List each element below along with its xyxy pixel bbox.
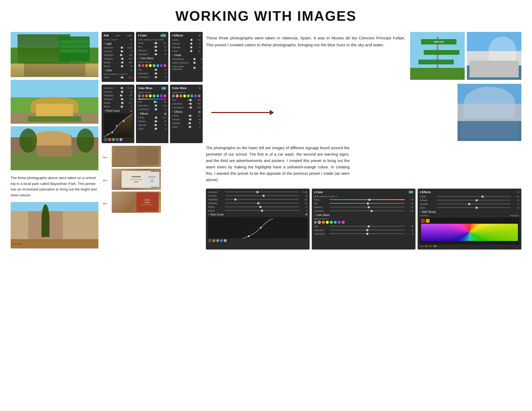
page-title: WORKING WITH IMAGES [11,8,521,24]
bwb-row: White Balance Custom ▾ [314,195,413,198]
highlights-label: Highlights [510,214,519,217]
color-picker-gradient[interactable] [421,224,518,241]
photo-hut [11,126,98,170]
valencia-text: These three photographs were taken in Va… [206,32,405,49]
light-section: ▾ Light ✎ [104,42,132,45]
bottom-color-panel: ▾ Color White Balance Custom ▾ Temp +8 T… [312,189,415,250]
signage-description-text: The photographs on the lower left are im… [206,145,521,183]
btint-slider: Tint +1 [314,202,413,205]
bclarity-slider: Clarity +41 [420,195,519,198]
adjust-color: Adjust Color ▾ [138,61,167,63]
exposure-slider: Exposure -0.13 [104,46,132,49]
arrow-3: ← [102,200,109,207]
bvibrance-slider: Vibrance +3 [314,206,413,209]
color-dots-mixer2 [172,94,201,97]
cm1-header: Color Mixer [138,87,167,90]
dehaze-cm1: Dehaze +9 [138,120,167,123]
color-mixer-panel-2: Color Mixer ⊞ Adjust Color ▾ [170,85,203,143]
grain-cm1: Grain 0 [138,127,167,130]
black2-slider: Blacks 0 [104,105,132,108]
curve-box [104,113,132,137]
temp-slider: Temp +11 [138,42,167,44]
color-dots-mixer1 [138,94,167,97]
photo-signage-ads: AKALANAY 0917 804 7461 [112,192,161,213]
clarity-cm1: Clarity +17 [138,116,167,119]
signage-photos: WARNING PROTECTED BY CCTV BEWAREofDOG AK… [112,146,161,213]
park-description: The three photographs above were taken o… [11,175,98,198]
arrow-2: ← [102,177,109,184]
svg-point-19 [260,227,262,229]
bcon-slider: Contrast +9 [208,194,307,197]
bhue-mixer: Hue +6 [314,225,413,228]
bottom-photos-row: ← ← ← WARNING PR [102,146,203,215]
con2-slider: Contrast +4 [104,90,132,93]
photo-park-signs [11,32,98,77]
dehaze-slider: Dehaze 0 [172,42,201,45]
arrow-spacer [206,110,454,115]
hue-swatches [421,219,518,223]
arrows-column: ← ← ← [102,146,110,215]
whites-slider: Whites +60 [104,61,132,64]
blacks-slider: Blacks +3 [104,65,132,68]
red-arrow-right [206,110,454,115]
edit-title: Edit [104,34,109,37]
sat-cm2: Saturation +30 [172,102,201,105]
edit-panel-header: Edit Auto B&W [104,34,132,37]
exposure-curve-panel: Exposure -0.12 Contrast +4 Highlights -3… [102,85,134,143]
svg-point-18 [248,235,250,237]
middle-panels-row: Exposure -0.12 Contrast +4 Highlights -3… [102,85,203,143]
bottom-curve-box [208,217,307,238]
hue-value-row: Hue 41 Sat 100 [420,245,519,247]
exp2-slider: Exposure -0.12 [104,87,132,89]
bvignette-slider: Vignette -6 [420,203,519,205]
bblack-slider: Blacks 0 [208,209,307,212]
ui-panels-column: Edit Auto B&W Profile: Color ▾ ⊞ ▾ Light… [102,32,203,215]
bcolor-header: ▾ Color [314,191,413,194]
color-picker-box [420,218,519,244]
profile-row: Profile: Color ▾ ⊞ [104,39,132,41]
white2-slider: Whites +17 [104,102,132,104]
svg-point-9[interactable] [107,134,109,135]
beffects-header: ▾ Effects ⊞ [420,191,519,194]
color-section: ▾ Color ● [104,69,132,72]
effects-section-2: ▾ Effects ⊞ [138,112,167,115]
wb-row: White Balance: Custom ▾ [104,73,132,75]
sat-mixer-slider: Saturation 0 [138,72,167,75]
wb-color: White Balance Custom ▾ ⊞ [138,39,167,41]
bcolor-dots [314,221,413,224]
noise-reduction-slider: Noise Reduction 0 [172,61,201,64]
arrow-1: ← [102,153,109,161]
bsat-mixer: Saturation 0 [314,229,413,231]
temp-slider-edit: Temp +11 [104,76,132,79]
vignette-cm2: Vignette -5 [172,122,201,124]
valencia-photos: DIRECTION [410,32,521,80]
cm2-header: Color Mixer ⊞ [172,87,201,90]
main-layout: The three photographs above were taken o… [11,32,521,250]
grain-slider: Grain 21 [172,50,201,52]
bottom-curve-svg [208,217,307,238]
effects-panel-header: ▾ Effects ⊞ [172,34,201,37]
arrow-photo-row [206,84,521,141]
vignette-cm1: Vignette -5 [138,124,167,126]
color-panel-header: ▾ Color [138,34,167,37]
saturation-slider: Saturation +5 [138,53,167,56]
highlights-slider: Highlights -80 [104,54,132,56]
bwhite-slider: Whites -3 [208,206,307,208]
btemp-slider: Temp +8 [314,198,413,201]
detail-section: ▾ Detail [172,54,201,57]
grain-cm2: Grain 0 [172,126,201,128]
photo-signage-carwash [112,146,161,167]
valencia-section: These three photographs were taken in Va… [206,32,521,80]
lum-cm2: Luminance +30 [172,106,201,109]
shad2-slider: Shadows +9 [104,98,132,101]
vignette-slider: Vignette -5 [172,46,201,49]
color-panel: ▾ Color White Balance Custom ▾ ⊞ Temp +1… [136,32,169,82]
photo-architecture-1 [467,32,521,80]
photo-tree-building: LAS LOS [11,202,98,248]
edit-auto: Auto [116,34,120,37]
shadows-label: Shadows [420,214,429,217]
sharpening-slider: Sharpening 24 [172,58,201,60]
contrast-slider: Contrast 0 [104,50,132,53]
color-mixer-section: ▾ Color Mixer [138,57,167,60]
color-dots-1 [138,64,167,67]
